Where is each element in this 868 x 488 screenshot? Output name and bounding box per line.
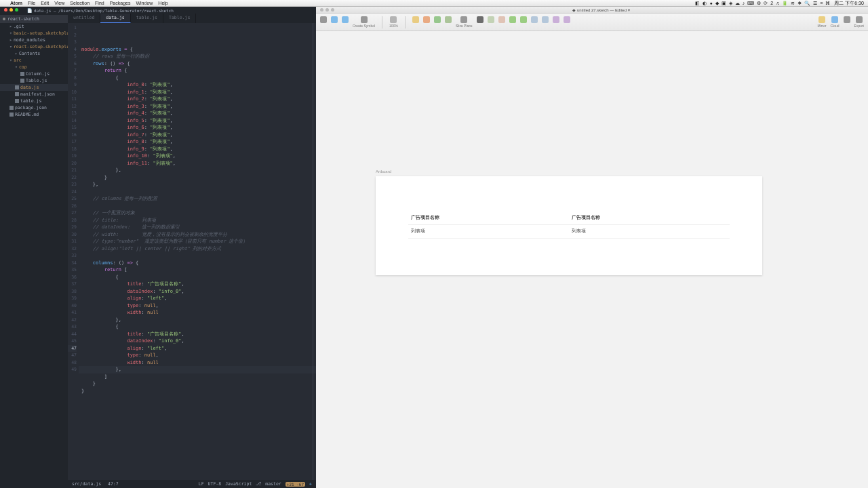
menu-find[interactable]: Find: [95, 1, 104, 5]
code-line[interactable]: },: [79, 317, 316, 324]
code-line[interactable]: // align:"left || center || right" 列的对齐方…: [79, 245, 316, 253]
menubar-status-icon[interactable]: ❖: [797, 1, 802, 6]
code-line[interactable]: module.exports = {: [79, 46, 316, 54]
toolbar-tool[interactable]: [412, 16, 419, 28]
menubar-status-icon[interactable]: ♫: [776, 1, 779, 5]
code-line[interactable]: }: [79, 388, 316, 395]
toolbar-tool[interactable]: [542, 16, 549, 28]
menu-file[interactable]: File: [28, 1, 35, 5]
menu-window[interactable]: Window: [136, 1, 153, 5]
code-line[interactable]: [79, 188, 316, 196]
code-line[interactable]: columns: () => {: [79, 260, 316, 267]
menubar-status-icon[interactable]: ◐: [703, 1, 707, 6]
tree-item[interactable]: .git: [0, 23, 68, 30]
code-line[interactable]: info_4: "列表项",: [79, 110, 316, 117]
sketch-toolbar[interactable]: Create Symbol100%Slice PlaceMirrorCloudE…: [316, 14, 868, 31]
toolbar-tool[interactable]: [445, 16, 452, 28]
status-language[interactable]: JavaScript: [225, 481, 252, 487]
code-line[interactable]: // title: 列表项: [79, 217, 316, 224]
code-line[interactable]: info_9: "列表项",: [79, 146, 316, 153]
status-encoding[interactable]: UTF-8: [208, 481, 222, 487]
menu-view[interactable]: View: [54, 1, 64, 5]
toolbar-tool[interactable]: [509, 16, 516, 28]
toolbar-tool[interactable]: [342, 16, 349, 28]
code-line[interactable]: // type:"number" 规定该类型为数字（目前只有 number 这个…: [79, 238, 316, 245]
code-line[interactable]: info_11: "列表项",: [79, 160, 316, 167]
tree-item[interactable]: cop: [0, 64, 68, 70]
code-line[interactable]: {: [79, 323, 316, 331]
tree-item[interactable]: data.js: [0, 84, 68, 91]
code-line[interactable]: [79, 252, 316, 260]
toolbar-tool[interactable]: [320, 16, 327, 28]
app-menu[interactable]: Atom: [10, 1, 22, 5]
tree-item[interactable]: package.json: [0, 104, 68, 111]
code-area[interactable]: module.exports = { // rows 是每一行的数据 rows:…: [79, 23, 316, 480]
menubar-status-icon[interactable]: ≡: [820, 1, 823, 5]
code-line[interactable]: type: null,: [79, 302, 316, 310]
editor-tab[interactable]: untitled: [68, 14, 100, 23]
toolbar-tool[interactable]: [520, 16, 527, 28]
menubar-status-icon[interactable]: ◆: [715, 1, 719, 6]
code-line[interactable]: }: [79, 174, 316, 182]
code-line[interactable]: info_7: "列表项",: [79, 131, 316, 139]
toolbar-tool[interactable]: [531, 16, 538, 28]
menubar-status-icon[interactable]: 2: [770, 1, 773, 5]
tree-item[interactable]: table.js: [0, 98, 68, 104]
menubar-status-icon[interactable]: ☰: [813, 1, 817, 6]
tree-item[interactable]: src: [0, 57, 68, 64]
code-line[interactable]: info_5: "列表项",: [79, 117, 316, 125]
status-sync-icon[interactable]: ✈: [309, 481, 312, 487]
toolbar-tool[interactable]: [434, 16, 441, 28]
file-tree-sidebar[interactable]: react-sketch .gitbasic-setup.sketchplugi…: [0, 14, 68, 488]
menubar-status-icon[interactable]: ♪: [743, 1, 745, 5]
code-line[interactable]: // dataIndex: 这一列的数据索引: [79, 224, 316, 231]
code-line[interactable]: info_2: "列表项",: [79, 96, 316, 103]
code-line[interactable]: rows: () => {: [79, 60, 316, 68]
menu-edit[interactable]: Edit: [41, 1, 49, 5]
toolbar-tool[interactable]: [844, 16, 850, 28]
menubar-clock[interactable]: 周二 下午6:30: [834, 0, 864, 7]
menubar-status-icon[interactable]: ▣: [722, 1, 726, 6]
tree-item[interactable]: react-setup.sketchplugin: [0, 43, 68, 50]
menubar-status-icon[interactable]: ◧: [695, 1, 700, 6]
code-line[interactable]: dataIndex: "info_0",: [79, 288, 316, 296]
code-line[interactable]: }: [79, 380, 316, 388]
toolbar-tool[interactable]: 100%: [389, 16, 398, 28]
status-cursor-pos[interactable]: 47:7: [108, 481, 119, 487]
code-line[interactable]: info_1: "列表项",: [79, 89, 316, 96]
status-branch[interactable]: master: [265, 481, 281, 487]
toolbar-tool[interactable]: Slice Place: [456, 16, 473, 28]
editor-tab[interactable]: Table.js: [163, 14, 196, 23]
code-line[interactable]: },: [79, 167, 316, 174]
sketch-canvas[interactable]: Artboard 广告项目名称广告项目名称 列表项列表项: [316, 31, 868, 488]
status-diff[interactable]: +21 -67: [285, 482, 305, 487]
artboard-label[interactable]: Artboard: [376, 169, 391, 174]
code-line[interactable]: ]: [79, 373, 316, 381]
toolbar-tool[interactable]: Create Symbol: [353, 16, 375, 28]
code-line[interactable]: info_10: "列表项",: [79, 152, 316, 160]
menubar-status-icon[interactable]: ⌘: [825, 1, 830, 6]
code-line[interactable]: },: [79, 366, 316, 373]
code-line[interactable]: info_6: "列表项",: [79, 124, 316, 131]
menu-selection[interactable]: Selection: [70, 1, 90, 5]
code-line[interactable]: // columns 是每一列的配置: [79, 195, 316, 203]
toolbar-tool[interactable]: [423, 16, 430, 28]
code-line[interactable]: width: null: [79, 359, 316, 367]
toolbar-tool[interactable]: [331, 16, 338, 28]
status-line-ending[interactable]: LF: [199, 481, 204, 487]
toolbar-tool[interactable]: Cloud: [830, 16, 839, 28]
code-line[interactable]: title: "广告项目名称",: [79, 331, 316, 338]
window-traffic-lights[interactable]: [4, 8, 18, 12]
tree-item[interactable]: Table.js: [0, 77, 68, 84]
code-line[interactable]: [79, 203, 316, 210]
menu-packages[interactable]: Packages: [110, 1, 131, 5]
toolbar-tool[interactable]: [553, 16, 559, 28]
tree-item[interactable]: manifest.json: [0, 91, 68, 98]
toolbar-tool[interactable]: [564, 16, 570, 28]
code-line[interactable]: {: [79, 274, 316, 281]
code-line[interactable]: title: "广告项目名称",: [79, 281, 316, 288]
window-traffic-lights[interactable]: [320, 8, 334, 12]
tree-item[interactable]: README.md: [0, 111, 68, 118]
code-line[interactable]: align: "left",: [79, 345, 316, 352]
menubar-status-icon[interactable]: ⚙: [757, 1, 761, 6]
